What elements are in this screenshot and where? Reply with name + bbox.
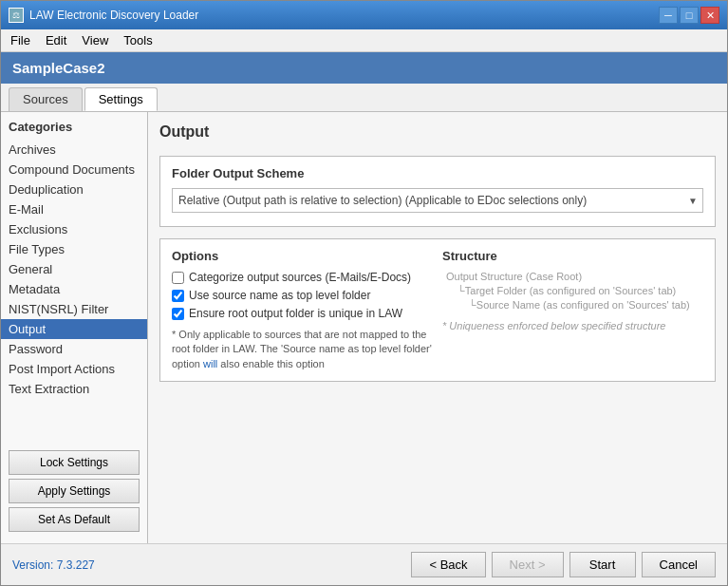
case-header: SampleCase2 — [1, 52, 727, 84]
uniqueness-note: * Uniqueness enforced below specified st… — [442, 320, 703, 331]
sidebar-item-deduplication[interactable]: Deduplication — [1, 180, 147, 199]
title-bar-left: ⚖ LAW Electronic Discovery Loader — [9, 8, 198, 23]
folder-output-scheme-dropdown[interactable]: Relative (Output path is relative to sel… — [172, 188, 703, 213]
sidebar-item-email[interactable]: E-Mail — [1, 199, 147, 219]
panel-title: Output — [159, 123, 716, 144]
settings-panel: Output Folder Output Scheme Relative (Ou… — [148, 112, 727, 543]
sidebar-item-file-types[interactable]: File Types — [1, 239, 147, 259]
tabs-row: Sources Settings — [1, 84, 727, 111]
sidebar-item-exclusions[interactable]: Exclusions — [1, 219, 147, 239]
sidebar-item-nist[interactable]: NIST(NSRL) Filter — [1, 299, 147, 319]
next-button[interactable]: Next > — [492, 552, 564, 577]
start-button[interactable]: Start — [569, 552, 636, 577]
main-window: ⚖ LAW Electronic Discovery Loader ─ □ ✕ … — [0, 0, 728, 586]
sidebar-buttons: Lock Settings Apply Settings Set As Defa… — [1, 443, 147, 539]
structure-item-1: └Target Folder (as configured on 'Source… — [442, 285, 703, 296]
structure-item-2: └Source Name (as configured on 'Sources'… — [442, 299, 703, 311]
checkbox-row-unique-root: Ensure root output folder is unique in L… — [172, 307, 433, 320]
structure-title: Structure — [442, 249, 703, 263]
unique-root-label: Ensure root output folder is unique in L… — [189, 307, 402, 320]
minimize-button[interactable]: ─ — [659, 7, 678, 24]
footer-buttons: < Back Next > Start Cancel — [411, 552, 716, 577]
structure-section: Structure Output Structure (Case Root) └… — [442, 249, 703, 371]
maximize-button[interactable]: □ — [680, 7, 699, 24]
tab-sources[interactable]: Sources — [9, 87, 83, 111]
close-button[interactable]: ✕ — [700, 7, 719, 24]
sidebar-item-output[interactable]: Output — [1, 319, 147, 339]
dropdown-container: Relative (Output path is relative to sel… — [172, 188, 703, 213]
sidebar-item-text-extraction[interactable]: Text Extraction — [1, 379, 147, 399]
sidebar-item-metadata[interactable]: Metadata — [1, 279, 147, 299]
footer: Version: 7.3.227 < Back Next > Start Can… — [1, 543, 727, 585]
options-structure-section: Options Categorize output sources (E-Mai… — [159, 238, 716, 382]
sidebar-item-archives[interactable]: Archives — [1, 140, 147, 160]
set-as-default-button[interactable]: Set As Default — [9, 507, 140, 532]
title-bar: ⚖ LAW Electronic Discovery Loader ─ □ ✕ — [1, 1, 727, 29]
options-title: Options — [172, 249, 433, 263]
source-name-checkbox[interactable] — [172, 290, 184, 302]
menu-file[interactable]: File — [5, 31, 36, 49]
apply-settings-button[interactable]: Apply Settings — [9, 479, 140, 503]
sidebar-item-post-import[interactable]: Post Import Actions — [1, 359, 147, 379]
checkbox-row-source-name: Use source name as top level folder — [172, 289, 433, 302]
folder-output-scheme-label: Folder Output Scheme — [172, 166, 703, 180]
source-name-label: Use source name as top level folder — [189, 289, 370, 302]
version-text: Version: 7.3.227 — [12, 558, 95, 572]
note-highlight: will — [203, 358, 217, 369]
structure-item-0: Output Structure (Case Root) — [442, 271, 703, 282]
window-title: LAW Electronic Discovery Loader — [29, 9, 198, 22]
lock-settings-button[interactable]: Lock Settings — [9, 450, 140, 475]
sidebar-item-general[interactable]: General — [1, 259, 147, 279]
content-area: Categories Archives Compound Documents D… — [1, 111, 727, 543]
menubar: File Edit View Tools — [1, 29, 727, 52]
window-controls: ─ □ ✕ — [659, 7, 719, 24]
checkbox-row-categorize: Categorize output sources (E-Mails/E-Doc… — [172, 271, 433, 284]
tab-settings[interactable]: Settings — [84, 87, 158, 111]
sidebar-item-password[interactable]: Password — [1, 339, 147, 359]
options-note: * Only applicable to sources that are no… — [172, 328, 433, 371]
cancel-button[interactable]: Cancel — [642, 552, 716, 577]
back-button[interactable]: < Back — [411, 552, 485, 577]
menu-view[interactable]: View — [76, 31, 114, 49]
sidebar: Categories Archives Compound Documents D… — [1, 112, 148, 543]
sidebar-item-compound-documents[interactable]: Compound Documents — [1, 160, 147, 180]
app-icon: ⚖ — [9, 8, 24, 23]
two-col-layout: Options Categorize output sources (E-Mai… — [172, 249, 703, 371]
folder-output-scheme-section: Folder Output Scheme Relative (Output pa… — [159, 156, 716, 227]
categorize-label: Categorize output sources (E-Mails/E-Doc… — [189, 271, 411, 284]
options-section: Options Categorize output sources (E-Mai… — [172, 249, 433, 371]
categorize-checkbox[interactable] — [172, 272, 184, 284]
case-title: SampleCase2 — [12, 60, 105, 76]
unique-root-checkbox[interactable] — [172, 308, 184, 320]
menu-tools[interactable]: Tools — [118, 31, 158, 49]
categories-label: Categories — [1, 116, 147, 140]
main-area: Sources Settings Categories Archives Com… — [1, 84, 727, 543]
menu-edit[interactable]: Edit — [40, 31, 72, 49]
